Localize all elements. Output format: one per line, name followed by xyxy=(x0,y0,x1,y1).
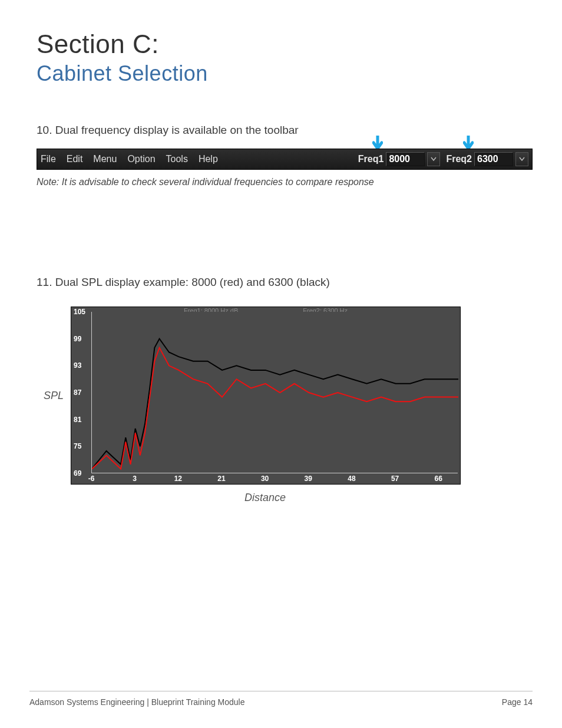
x-tick: 66 xyxy=(435,475,442,483)
section-title: Cabinet Selection xyxy=(37,61,533,86)
freq2-dropdown[interactable] xyxy=(515,152,528,166)
footer-left: Adamson Systems Engineering | Blueprint … xyxy=(29,697,245,707)
chevron-down-icon xyxy=(431,157,437,162)
x-tick: 48 xyxy=(348,475,355,483)
x-tick: 21 xyxy=(217,475,225,483)
menu-menu[interactable]: Menu xyxy=(93,154,117,164)
x-tick: -6 xyxy=(88,475,95,483)
chevron-down-icon xyxy=(519,157,525,162)
y-tick: 69 xyxy=(74,469,81,477)
footer-page: Page 14 xyxy=(502,697,533,707)
y-tick: 81 xyxy=(74,416,81,424)
step-10-note: Note: It is advisable to check several i… xyxy=(37,177,533,187)
menu-edit[interactable]: Edit xyxy=(67,154,83,164)
app-toolbar: File Edit Menu Option Tools Help Freq1 8… xyxy=(37,149,533,170)
y-tick: 99 xyxy=(74,335,81,343)
y-axis-label: SPL xyxy=(37,390,71,402)
freq1-value[interactable]: 8000 xyxy=(386,152,425,166)
freq2-value[interactable]: 6300 xyxy=(474,152,513,166)
y-tick: 87 xyxy=(74,388,81,397)
menu-option[interactable]: Option xyxy=(127,154,155,164)
section-label: Section C: xyxy=(37,29,533,59)
x-tick: 39 xyxy=(305,475,312,483)
menu-bar: File Edit Menu Option Tools Help xyxy=(41,154,218,164)
y-tick: 105 xyxy=(74,308,85,316)
y-tick: 75 xyxy=(74,442,81,450)
menu-help[interactable]: Help xyxy=(199,154,218,164)
spl-chart: Freq1: 8000 Hz dB Freq2: 6300 Hz 6975818… xyxy=(71,307,461,485)
x-tick: 57 xyxy=(391,475,399,483)
menu-file[interactable]: File xyxy=(41,154,56,164)
step-11-text: 11. Dual SPL display example: 8000 (red)… xyxy=(37,276,533,289)
step-10-text: 10. Dual frequency display is available … xyxy=(37,124,533,137)
section-header: Section C: Cabinet Selection xyxy=(37,29,533,86)
x-axis-label: Distance xyxy=(71,492,459,504)
page-footer: Adamson Systems Engineering | Blueprint … xyxy=(29,691,533,707)
menu-tools[interactable]: Tools xyxy=(166,154,188,164)
freq1-label: Freq1 xyxy=(358,154,384,164)
freq1-dropdown[interactable] xyxy=(427,152,440,166)
x-tick: 3 xyxy=(133,475,137,483)
y-tick: 93 xyxy=(74,361,81,370)
freq2-label: Freq2 xyxy=(446,154,472,164)
x-tick: 12 xyxy=(174,475,182,483)
chart-series xyxy=(92,339,458,469)
x-tick: 30 xyxy=(261,475,269,483)
